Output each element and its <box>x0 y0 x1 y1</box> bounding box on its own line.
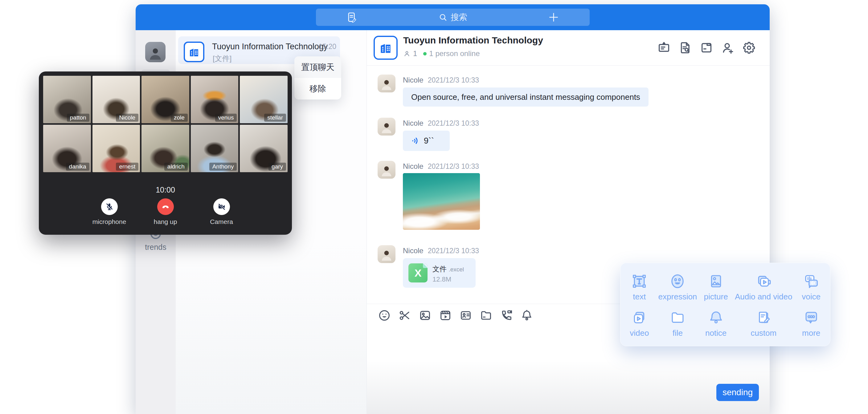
attach-item-text[interactable]: text <box>620 268 658 305</box>
chat-header: Tuoyun Information Technology 1 1 person… <box>367 30 770 66</box>
online-status: 1 person online <box>429 49 479 58</box>
attach-item-custom[interactable]: custom <box>735 305 792 342</box>
participant-tile[interactable]: ernest <box>92 125 140 172</box>
attach-item-expression[interactable]: expression <box>658 268 697 305</box>
history-search-icon[interactable] <box>678 41 692 55</box>
participant-tile[interactable]: zole <box>142 76 189 123</box>
attach-item-file[interactable]: file <box>658 305 697 342</box>
settings-icon[interactable] <box>742 41 756 55</box>
picture-icon[interactable] <box>418 309 432 322</box>
message-meta: Nicole2021/12/3 10:33 <box>403 119 479 128</box>
camera-label: Camera <box>203 218 240 225</box>
conversation-time: 15:20 <box>318 42 336 51</box>
attach-item-more[interactable]: more <box>792 305 830 342</box>
message-meta: Nicole2021/12/3 10:33 <box>403 162 479 171</box>
trends-label: trends <box>135 243 176 252</box>
participant-name: zole <box>171 114 188 122</box>
excel-file-icon: X <box>408 263 428 283</box>
avatar-nicole[interactable] <box>378 74 396 92</box>
expression-icon <box>669 272 686 290</box>
participant-name: stellar <box>264 114 286 122</box>
online-dot <box>423 52 427 56</box>
avatar-nicole[interactable] <box>378 118 396 135</box>
attach-item-notice[interactable]: notice <box>697 305 735 342</box>
participant-tile[interactable]: gary <box>240 125 287 172</box>
file-attach-icon <box>669 309 686 326</box>
notice-attach-icon <box>707 309 725 326</box>
screenshot-scissors-icon[interactable] <box>398 309 411 322</box>
notification-bell-icon[interactable] <box>520 309 533 322</box>
participant-tile[interactable]: patton <box>43 76 91 123</box>
conversation-context-menu: 置顶聊天 移除 <box>294 56 341 99</box>
microphone-mute-button[interactable] <box>101 198 118 215</box>
user-avatar[interactable] <box>145 42 165 62</box>
chat-title: Tuoyun Information Technology <box>403 35 543 45</box>
menu-item-pin-chat[interactable]: 置顶聊天 <box>294 56 341 78</box>
send-button[interactable]: sending <box>716 384 759 401</box>
camera-off-button[interactable] <box>213 198 230 215</box>
video-attach-icon <box>630 309 648 326</box>
conversation-preview: [文件] <box>213 54 231 63</box>
more-attach-icon <box>802 309 820 326</box>
search-bar[interactable]: 搜索 <box>316 9 590 26</box>
video-call-icon[interactable] <box>500 309 513 322</box>
attach-item-picture[interactable]: picture <box>697 268 735 305</box>
participant-tile[interactable]: danika <box>43 125 91 172</box>
file-message[interactable]: X 文件 .excel 12.8M <box>403 258 475 288</box>
emoji-icon[interactable] <box>378 309 391 322</box>
file-name: 文件 <box>432 265 447 273</box>
message-meta: Nicole2021/12/3 10:33 <box>403 76 479 85</box>
camera-off-icon <box>217 202 226 211</box>
participant-name: ernest <box>116 163 138 171</box>
chat-panel: Tuoyun Information Technology 1 1 person… <box>367 30 770 414</box>
participant-name: venus <box>215 114 237 122</box>
attach-item-video[interactable]: video <box>620 305 658 342</box>
file-folder-icon[interactable] <box>479 309 493 322</box>
call-controls: microphone hang up Camer <box>39 198 292 225</box>
message-time: 2021/12/3 10:33 <box>428 119 479 127</box>
search-icon <box>438 12 447 22</box>
screenshot-root: 搜索 <box>0 0 868 414</box>
add-member-icon[interactable] <box>721 41 735 55</box>
avatar-nicole[interactable] <box>378 161 396 179</box>
app-header: 搜索 <box>135 4 770 30</box>
attach-item-audio-video[interactable]: Audio and video <box>735 268 792 305</box>
voice-duration: 9`` <box>424 136 434 146</box>
participant-tile[interactable]: aldrich <box>142 125 189 172</box>
text-message[interactable]: Open source, free, and universal instant… <box>403 88 649 106</box>
avatar-nicole[interactable] <box>378 245 396 263</box>
notice-board-icon[interactable] <box>657 41 671 55</box>
attach-item-voice[interactable]: voice <box>792 268 830 305</box>
plus-icon[interactable] <box>548 11 560 24</box>
participant-tile[interactable]: Anthony <box>191 125 239 172</box>
file-extension: .excel <box>448 266 464 273</box>
participant-name: aldrich <box>164 163 188 171</box>
participant-tile[interactable]: venus <box>191 76 239 123</box>
participant-grid: patton Nicole zole venus stellar danika … <box>43 76 287 172</box>
sender-name: Nicole <box>403 162 424 170</box>
text-icon <box>630 272 648 290</box>
group-avatar-icon <box>374 36 398 60</box>
files-icon[interactable] <box>700 41 714 55</box>
participant-tile[interactable]: stellar <box>240 76 287 123</box>
image-message-beach[interactable] <box>403 173 480 230</box>
message-time: 2021/12/3 10:33 <box>428 76 479 84</box>
video-call-overlay: patton Nicole zole venus stellar danika … <box>39 71 292 235</box>
participant-tile[interactable]: Nicole <box>92 76 140 123</box>
search-placeholder: 搜索 <box>451 12 467 23</box>
audio-video-icon <box>754 272 772 290</box>
sender-name: Nicole <box>403 119 424 127</box>
voice-message[interactable]: 9`` <box>403 131 450 151</box>
hang-up-button[interactable] <box>157 198 174 215</box>
picture-attach-icon <box>707 272 725 290</box>
sender-name: Nicole <box>403 247 424 255</box>
hang-up-label: hang up <box>147 218 184 225</box>
video-clip-icon[interactable] <box>439 309 452 322</box>
member-count: 1 <box>413 49 417 58</box>
contact-card-icon[interactable] <box>459 309 472 322</box>
menu-item-remove[interactable]: 移除 <box>294 78 341 99</box>
hang-up-icon <box>161 202 170 211</box>
chat-header-actions <box>657 41 756 55</box>
participant-name: Nicole <box>116 114 138 122</box>
mic-off-icon <box>105 202 114 211</box>
